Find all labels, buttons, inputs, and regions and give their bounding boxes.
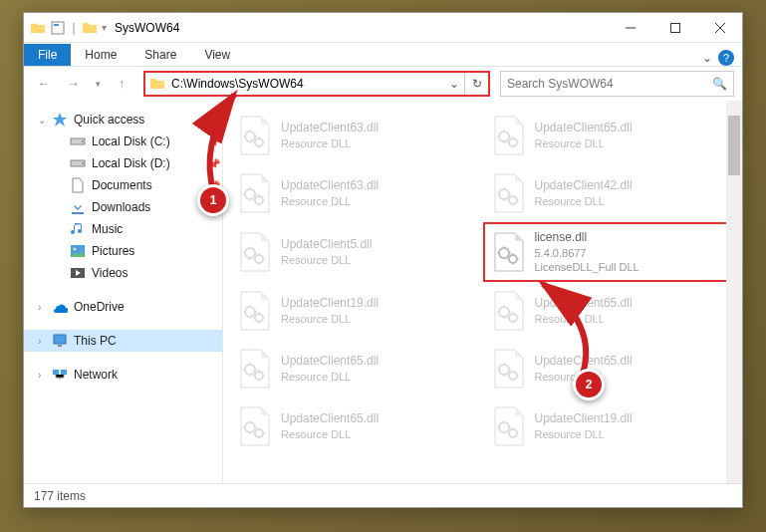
file-item[interactable]: license.dll5.4.0.8677LicenseDLL_Full DLL (483, 222, 737, 282)
file-name: UpdateClient65.dll (535, 354, 633, 370)
file-name: UpdateClient65.dll (535, 296, 633, 312)
properties-icon[interactable] (50, 20, 66, 36)
file-info: UpdateClient65.dllResource DLL (281, 354, 379, 384)
sidebar-item-downloads[interactable]: Downloads📌 (24, 196, 222, 218)
file-info: UpdateClient63.dllResource DLL (281, 121, 379, 150)
ribbon-expand-icon[interactable]: ⌄ (702, 51, 712, 65)
file-item[interactable]: UpdateClient65.dllResource DLL (483, 340, 737, 398)
sidebar-item-documents[interactable]: Documents📌 (24, 174, 222, 196)
svg-rect-0 (52, 22, 64, 34)
nav-recent-dropdown[interactable]: ▾ (92, 72, 104, 96)
file-detail: 5.4.0.8677 (535, 246, 639, 260)
file-item[interactable]: UpdateClient63.dllResource DLL (229, 164, 483, 222)
svg-point-11 (74, 248, 77, 251)
file-info: UpdateClient65.dllResource DLL (535, 296, 633, 326)
nav-up-button[interactable]: ↑ (110, 72, 133, 96)
refresh-button[interactable]: ↻ (464, 73, 488, 95)
search-input[interactable] (507, 77, 712, 91)
sidebar-item-videos[interactable]: Videos (24, 262, 222, 284)
nav-back-button[interactable]: ← (32, 72, 56, 96)
file-info: UpdateClient42.dllResource DLL (535, 178, 633, 208)
sidebar-item-pictures[interactable]: Pictures (24, 240, 222, 262)
file-name: UpdateClient5.dll (281, 237, 372, 253)
file-detail: LicenseDLL_Full DLL (535, 260, 639, 274)
pin-icon: 📌 (208, 136, 220, 147)
sidebar-onedrive[interactable]: ›OneDrive (24, 296, 222, 318)
expand-icon[interactable]: › (38, 370, 41, 381)
file-item[interactable]: UpdateClient19.dllResource DLL (483, 398, 737, 455)
sidebar-this-pc[interactable]: ›This PC (24, 330, 222, 352)
titlebar: | ▾ SysWOW64 (24, 13, 742, 43)
new-folder-icon[interactable] (82, 20, 98, 36)
sidebar-item-local-d[interactable]: Local Disk (D:)📌 (24, 152, 222, 174)
window-controls (608, 13, 742, 43)
file-detail: Resource DLL (281, 136, 379, 150)
search-icon[interactable]: 🔍 (712, 77, 727, 91)
music-icon (70, 221, 86, 237)
expand-icon[interactable]: › (38, 302, 41, 313)
drive-icon (70, 133, 86, 149)
file-name: UpdateClient63.dll (281, 121, 379, 136)
tab-file[interactable]: File (24, 44, 71, 66)
file-info: UpdateClient19.dllResource DLL (281, 296, 379, 326)
nav-toolbar: ← → ▾ ↑ C:\Windows\SysWOW64 ⌄ ↻ 🔍 (24, 67, 742, 101)
network-icon (52, 367, 68, 383)
quick-access-toolbar: | ▾ (30, 20, 107, 36)
scrollbar[interactable] (726, 101, 742, 483)
address-bar[interactable]: C:\Windows\SysWOW64 ⌄ ↻ (143, 71, 490, 97)
pictures-icon (70, 243, 86, 259)
file-detail: Resource DLL (535, 194, 633, 208)
nav-pane: ⌄Quick access Local Disk (C:)📌 Local Dis… (24, 101, 223, 483)
file-list[interactable]: UpdateClient63.dllResource DLLUpdateClie… (223, 101, 742, 483)
file-detail: Resource DLL (281, 253, 372, 267)
file-name: UpdateClient65.dll (535, 121, 633, 136)
file-detail: Resource DLL (281, 427, 379, 441)
file-info: UpdateClient65.dllResource DLL (281, 411, 379, 441)
address-path[interactable]: C:\Windows\SysWOW64 (169, 77, 444, 91)
file-item[interactable]: UpdateClient65.dllResource DLL (483, 282, 737, 340)
file-item[interactable]: UpdateClient42.dllResource DLL (483, 164, 737, 222)
drive-icon (70, 155, 86, 171)
tab-share[interactable]: Share (130, 44, 190, 66)
minimize-button[interactable] (608, 13, 652, 43)
qa-dropdown-icon[interactable]: ▾ (102, 22, 107, 33)
close-button[interactable] (697, 13, 742, 43)
file-detail: Resource DLL (535, 136, 633, 150)
nav-forward-button[interactable]: → (62, 72, 86, 96)
file-info: license.dll5.4.0.8677LicenseDLL_Full DLL (535, 230, 639, 274)
sidebar-quick-access[interactable]: ⌄Quick access (24, 109, 222, 131)
search-box[interactable]: 🔍 (500, 71, 734, 97)
expand-icon[interactable]: › (38, 336, 41, 347)
folder-icon (149, 76, 165, 92)
file-detail: Resource DLL (281, 312, 379, 326)
scroll-thumb[interactable] (728, 116, 740, 175)
item-count: 177 items (34, 489, 86, 503)
file-item[interactable]: UpdateClient63.dllResource DLL (229, 107, 483, 164)
file-item[interactable]: UpdateClient19.dllResource DLL (229, 282, 483, 340)
file-item[interactable]: UpdateClient65.dllResource DLL (483, 107, 737, 164)
callout-1: 1 (197, 184, 229, 216)
sidebar-network[interactable]: ›Network (24, 364, 222, 386)
file-item[interactable]: UpdateClient65.dllResource DLL (229, 340, 483, 398)
address-dropdown-icon[interactable]: ⌄ (444, 77, 464, 91)
tab-view[interactable]: View (190, 44, 244, 66)
pin-icon: 📌 (208, 158, 220, 169)
folder-icon (30, 20, 46, 36)
expand-icon[interactable]: ⌄ (38, 115, 46, 126)
file-name: UpdateClient65.dll (281, 411, 379, 427)
downloads-icon (70, 199, 86, 215)
file-detail: Resource DLL (535, 312, 633, 326)
file-info: UpdateClient65.dllResource DLL (535, 121, 633, 150)
maximize-button[interactable] (652, 13, 697, 43)
file-detail: Resource DLL (281, 194, 379, 208)
sidebar-item-music[interactable]: Music (24, 218, 222, 240)
file-name: license.dll (535, 230, 639, 246)
file-item[interactable]: UpdateClient5.dllResource DLL (229, 222, 483, 282)
tab-home[interactable]: Home (71, 44, 130, 66)
help-icon[interactable]: ? (718, 50, 734, 66)
file-item[interactable]: UpdateClient65.dllResource DLL (229, 398, 483, 455)
sidebar-item-local-c[interactable]: Local Disk (C:)📌 (24, 131, 222, 152)
file-name: UpdateClient19.dll (281, 296, 379, 312)
file-name: UpdateClient19.dll (535, 411, 633, 427)
svg-point-9 (82, 162, 84, 164)
